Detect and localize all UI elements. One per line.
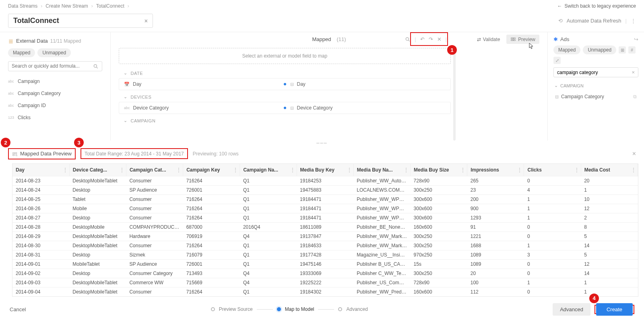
field-search-input[interactable] <box>12 63 93 69</box>
column-header[interactable]: Day⋮ <box>12 164 69 176</box>
mapping-row[interactable]: abcDevice Category⊟Device Category <box>119 102 451 114</box>
clear-icon[interactable]: × <box>144 18 148 24</box>
column-menu-icon[interactable]: ⋮ <box>631 167 636 173</box>
breadcrumb-item[interactable]: TotalConnect <box>96 3 124 9</box>
hash-icon[interactable]: # <box>628 46 636 54</box>
chevron-right-icon: › <box>128 3 129 9</box>
column-header[interactable]: Campaign Cat...⋮ <box>126 164 183 176</box>
mapping-row[interactable]: 📅Day⊟Day <box>119 78 451 90</box>
automate-refresh-link[interactable]: Automate Data Refresh <box>567 18 621 24</box>
row-count-label: Previewing: 100 rows <box>193 151 239 157</box>
close-icon[interactable]: ✕ <box>437 36 442 42</box>
column-header[interactable]: Clicks⋮ <box>524 164 581 176</box>
step-dot-active[interactable] <box>277 307 281 311</box>
table-cell: Desktop <box>69 269 126 278</box>
svg-rect-11 <box>13 152 14 153</box>
filter-mapped-r[interactable]: Mapped <box>553 45 580 54</box>
clear-icon[interactable]: × <box>632 69 635 75</box>
create-button[interactable]: Create <box>596 303 633 316</box>
step-dot[interactable] <box>338 307 342 311</box>
redo-icon[interactable]: ↷ <box>429 36 433 42</box>
map-group-header[interactable]: ⌄DATE <box>119 68 451 78</box>
breadcrumb-item[interactable]: Create New Stream <box>45 3 88 9</box>
step-label[interactable]: Map to Model <box>285 306 314 312</box>
column-menu-icon[interactable]: ⋮ <box>517 167 522 173</box>
model-search-input[interactable] <box>557 70 632 75</box>
chevron-right-icon: › <box>41 3 42 9</box>
search-icon[interactable] <box>405 36 411 43</box>
step-label[interactable]: Advanced <box>346 306 367 312</box>
chevron-down-icon[interactable]: ⌄ <box>554 83 558 88</box>
external-field-item[interactable]: abcCampaign Category <box>0 87 110 99</box>
scrollbar[interactable] <box>453 52 456 141</box>
drop-zone[interactable]: Select an external or model field to map <box>119 48 451 64</box>
external-field-item[interactable]: 123Clicks <box>0 112 110 124</box>
breadcrumb[interactable]: Data Streams› Create New Stream› TotalCo… <box>8 3 129 9</box>
column-menu-icon[interactable]: ⋮ <box>404 167 409 173</box>
column-menu-icon[interactable]: ⋮ <box>233 167 238 173</box>
external-field-item[interactable]: abcCampaign <box>0 75 110 87</box>
svg-rect-10 <box>514 40 516 41</box>
filter-unmapped-r[interactable]: Unmapped <box>583 45 616 54</box>
resize-handle[interactable]: ═══ <box>0 141 644 146</box>
grid-icon[interactable]: ⊞ <box>619 46 626 54</box>
filter-unmapped[interactable]: Unmapped <box>37 48 71 57</box>
field-search[interactable] <box>8 61 102 72</box>
map-group-header[interactable]: ⌄CAMPAIGN <box>119 116 451 126</box>
stream-title-input[interactable]: TotalConnect × <box>8 14 153 28</box>
column-menu-icon[interactable]: ⋮ <box>460 167 465 173</box>
column-header[interactable]: Media Buy Size⋮ <box>411 164 467 176</box>
column-menu-icon[interactable]: ⋮ <box>63 167 68 173</box>
filter-mapped[interactable]: Mapped <box>8 48 35 57</box>
step-label[interactable]: Preview Source <box>219 306 253 312</box>
field-label: Campaign Category <box>18 91 61 96</box>
map-group-header[interactable]: ⌄DEVICES <box>119 92 451 102</box>
column-header[interactable]: Media Cost⋮ <box>581 164 638 176</box>
more-icon[interactable]: ⋮ <box>631 18 636 24</box>
table-cell: 19225222 <box>297 278 353 287</box>
advanced-button[interactable]: Advanced <box>553 303 590 316</box>
external-data-panel: External Data 11/11 Mapped Mapped Unmapp… <box>0 32 111 141</box>
model-search[interactable]: × <box>553 67 638 77</box>
undo-icon[interactable]: ↶ <box>420 36 425 42</box>
table-cell: 91 <box>467 222 524 232</box>
close-preview-icon[interactable]: × <box>632 150 636 157</box>
table-row: 2014-08-26MobileConsumer716264Q119184471… <box>12 204 638 213</box>
legacy-experience-link[interactable]: ← Switch back to legacy experience <box>557 3 636 9</box>
table-cell: 1 <box>581 278 638 287</box>
table-cell: Consumer <box>126 213 183 222</box>
breadcrumb-item[interactable]: Data Streams <box>8 3 37 9</box>
table-cell: 300x600 <box>411 194 467 204</box>
model-field-item[interactable]: ⊟ Campaign Category ⧉ <box>553 91 638 103</box>
column-header[interactable]: Campaign Na...⋮ <box>240 164 297 176</box>
table-cell: Q4 <box>240 278 297 287</box>
column-menu-icon[interactable]: ⋮ <box>176 167 181 173</box>
column-header[interactable]: Impressions⋮ <box>467 164 524 176</box>
share-icon[interactable]: ↪ <box>634 36 638 42</box>
column-header[interactable]: Media Buy Key⋮ <box>297 164 353 176</box>
column-header[interactable]: Campaign Key⋮ <box>183 164 240 176</box>
table-cell: 100 <box>467 278 524 287</box>
svg-line-15 <box>17 155 17 156</box>
column-header[interactable]: Device Categ...⋮ <box>69 164 126 176</box>
source-field-label: Device Category <box>133 105 169 111</box>
table-cell: 706919 <box>183 232 240 241</box>
cancel-button[interactable]: Cancel <box>10 306 26 312</box>
table-cell: 2 <box>581 213 638 222</box>
table-cell: 1688 <box>467 241 524 250</box>
validate-button[interactable]: ⇄ Validate <box>473 35 504 44</box>
column-menu-icon[interactable]: ⋮ <box>347 167 352 173</box>
table-cell: 19184633 <box>297 241 353 250</box>
collapse-icon[interactable]: ⤢ <box>553 57 561 64</box>
refresh-link-icon: ⟲ <box>558 18 563 24</box>
external-field-item[interactable]: abcCampaign ID <box>0 99 110 112</box>
svg-rect-8 <box>514 38 516 39</box>
column-menu-icon[interactable]: ⋮ <box>120 167 124 173</box>
column-header[interactable]: Media Buy Na...⋮ <box>353 164 410 176</box>
table-cell: Q4 <box>240 269 297 278</box>
column-menu-icon[interactable]: ⋮ <box>290 167 295 173</box>
step-dot[interactable] <box>211 307 215 311</box>
svg-rect-13 <box>13 154 14 155</box>
table-cell: 300x600 <box>411 213 467 222</box>
column-menu-icon[interactable]: ⋮ <box>574 167 579 173</box>
